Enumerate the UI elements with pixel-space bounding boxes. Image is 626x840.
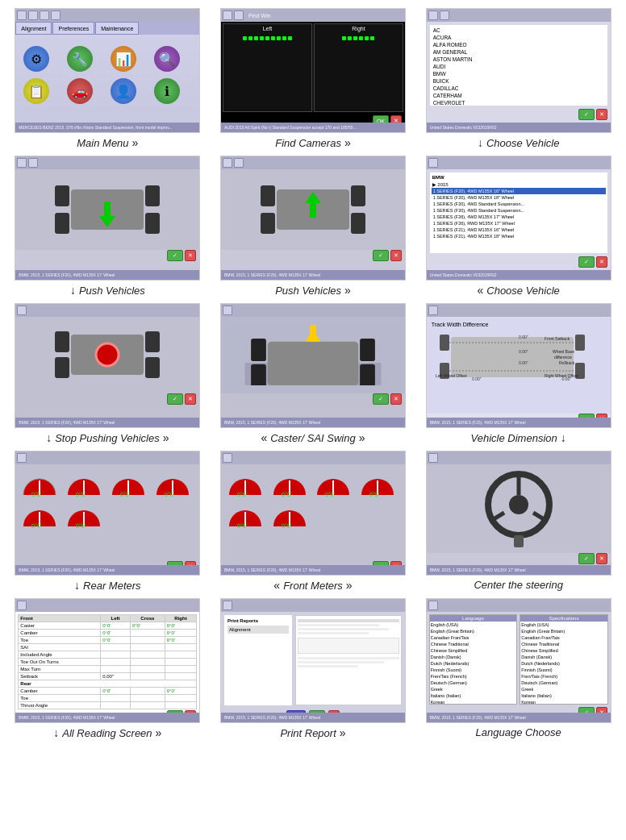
make-item[interactable]: ALFA ROMEO — [432, 41, 606, 48]
lang-item[interactable]: Danish (Dansk) — [430, 654, 517, 660]
tab-maintenance[interactable]: Maintenance — [95, 22, 139, 35]
alt-lang-item[interactable]: English (Great Britain) — [520, 628, 607, 634]
pv2-ok-btn[interactable]: ✓ — [373, 250, 389, 261]
make-item[interactable]: AM GENERAL — [432, 48, 606, 56]
tb-icon-3[interactable] — [40, 10, 49, 20]
cts-cancel-btn[interactable]: ✕ — [596, 553, 607, 564]
cts-tb-1[interactable] — [428, 453, 438, 463]
make-item[interactable]: CHEVROLET — [432, 99, 606, 106]
pv2-cancel-btn[interactable]: ✕ — [390, 250, 402, 261]
make-item[interactable]: CADILLAC — [432, 85, 606, 92]
alt-lang-item[interactable]: Dutch (Nederlands) — [520, 660, 607, 667]
make-item[interactable]: ASTON MARTIN — [432, 56, 606, 63]
alt-lang-item[interactable]: Korean — [520, 699, 607, 705]
tab-alignment[interactable]: Alignment — [15, 22, 52, 35]
pv1-tb-2[interactable] — [28, 158, 38, 168]
dot — [370, 36, 374, 40]
pv1-tb-1[interactable] — [17, 158, 27, 168]
sp-ok-btn[interactable]: ✓ — [167, 393, 183, 405]
cv2-ok-btn[interactable]: ✓ — [578, 256, 595, 268]
sp-tb-1[interactable] — [17, 306, 27, 315]
lang-item[interactable]: Canadian Fran/Tais — [430, 634, 517, 641]
pv1-cancel-btn[interactable]: ✕ — [185, 250, 196, 261]
cv-tb-1[interactable] — [428, 10, 438, 20]
pv2-tb-2[interactable] — [234, 158, 244, 168]
vd-tb-1[interactable] — [428, 306, 438, 315]
bmw-item[interactable]: 1 SERIES (F20), 4WD M135X 18" Wheel — [432, 194, 606, 201]
alt-lang-item[interactable]: Italiano (Italian) — [520, 692, 607, 699]
alt-lang-item[interactable]: Deutsch (German) — [520, 680, 607, 686]
stop-pushing-svg — [51, 325, 164, 385]
alt-lang-item[interactable]: Chinese Traditional — [520, 641, 607, 647]
lc-tb-1[interactable] — [428, 601, 438, 610]
pr-tb-1[interactable] — [223, 601, 232, 610]
menu-icon-6[interactable]: 🚗 — [67, 78, 93, 104]
make-item[interactable]: ACURA — [432, 34, 606, 41]
cv-ok-btn[interactable]: ✓ — [578, 109, 595, 120]
cs-tb-1[interactable] — [223, 306, 232, 315]
alt-lang-item[interactable]: Chinese Simplified — [520, 647, 607, 654]
bmw-item[interactable]: 1 SERIES (F21), 4WD M135X 16" Wheel — [432, 227, 606, 233]
findcam-status: AUDI 2015 A6 Spirit (No i) Standard Susp… — [221, 123, 405, 132]
alt-lang-item[interactable]: Danish (Dansk) — [520, 654, 607, 660]
alt-lang-item[interactable]: Greek — [520, 686, 607, 692]
cs-cancel-btn[interactable]: ✕ — [390, 393, 402, 405]
bmw-item[interactable]: 1 SERIES (F26), 4WD M135X 17" Wheel — [432, 214, 606, 220]
td-mt-c — [130, 666, 165, 673]
make-item[interactable]: CATERHAM — [432, 92, 606, 99]
lang-item[interactable]: Korean — [430, 699, 517, 705]
bmw-item[interactable]: 1 SERIES (F21), 4WD M135X 18" Wheel — [432, 233, 606, 239]
alt-lang-item-sel[interactable]: English (USA) — [520, 622, 607, 628]
menu-icon-1[interactable]: ⚙ — [23, 46, 49, 72]
lang-item[interactable]: Dutch (Nederlands) — [430, 660, 517, 667]
menu-icon-3[interactable]: 📊 — [111, 46, 136, 72]
cts-ok-btn[interactable]: ✓ — [578, 553, 595, 564]
fc-tb-2[interactable] — [234, 10, 244, 20]
cs-ok-btn[interactable]: ✓ — [373, 393, 389, 405]
fm-tb-1[interactable] — [223, 453, 232, 463]
bmw-item[interactable]: 1 SERIES (F20), 4WD Standard Suspension.… — [432, 207, 606, 214]
make-item[interactable]: AUDI — [432, 63, 606, 70]
bmw-item[interactable]: 1 SERIES (F20), 4WD Standard Suspension.… — [432, 201, 606, 207]
cv-cancel-btn[interactable]: ✕ — [596, 109, 607, 120]
menu-icon-5[interactable]: 📋 — [23, 78, 49, 104]
bmw-item-sel[interactable]: 1 SERIES (F20), 4WD M135X 16" Wheel — [432, 188, 606, 194]
sp-cancel-btn[interactable]: ✕ — [185, 393, 196, 405]
ar-tb-1[interactable] — [17, 601, 27, 610]
vehicle-list-2[interactable]: BMW ▶ 2015 1 SERIES (F20), 4WD M135X 16"… — [430, 173, 607, 253]
menu-icon-4[interactable]: 🔍 — [154, 46, 180, 72]
lang-item[interactable]: Italiano (Italian) — [430, 692, 517, 699]
make-item[interactable]: BUICK — [432, 77, 606, 85]
bmw-item[interactable]: 1 SERIES (F26), RWD M135X 17" Wheel — [432, 220, 606, 227]
lang-item[interactable]: Deutsch (German) — [430, 680, 517, 686]
lang-item[interactable]: Finnish (Suomi) — [430, 667, 517, 673]
vehicle-list[interactable]: AC ACURA ALFA ROMEO AM GENERAL ASTON MAR… — [430, 25, 607, 106]
fgauge-4: 0°0' — [358, 469, 397, 498]
cv2-tb-1[interactable] — [428, 158, 438, 168]
alignment-option[interactable]: Alignment — [227, 626, 289, 634]
cv2-cancel-btn[interactable]: ✕ — [596, 256, 607, 268]
tb-icon-4[interactable] — [51, 10, 61, 20]
make-item[interactable]: BMW — [432, 70, 606, 77]
tab-preferences[interactable]: Preferences — [52, 22, 94, 35]
tb-icon-2[interactable] — [28, 10, 38, 20]
pv1-ok-btn[interactable]: ✓ — [167, 250, 183, 261]
cv-tb-2[interactable] — [440, 10, 449, 20]
menu-icon-7[interactable]: 👤 — [111, 78, 136, 104]
lang-item[interactable]: English (Great Britain) — [430, 628, 517, 634]
lang-item[interactable]: Fren/Tais (French) — [430, 673, 517, 680]
lang-item-sel[interactable]: English (USA) — [430, 622, 517, 628]
alt-lang-item[interactable]: Canadian Fran/Tais — [520, 634, 607, 641]
menu-icon-2[interactable]: 🔧 — [67, 46, 93, 72]
make-item[interactable]: AC — [432, 27, 606, 34]
tb-icon-1[interactable] — [17, 10, 27, 20]
fc-tb-1[interactable] — [223, 10, 232, 20]
menu-icon-8[interactable]: ℹ — [154, 78, 180, 104]
alt-lang-item[interactable]: Fren/Tais (French) — [520, 673, 607, 680]
pv2-tb-1[interactable] — [223, 158, 232, 168]
lang-item[interactable]: Greek — [430, 686, 517, 692]
alt-lang-item[interactable]: Finnish (Suomi) — [520, 667, 607, 673]
rm-tb-1[interactable] — [17, 453, 27, 463]
lang-item[interactable]: Chinese Simplified — [430, 647, 517, 654]
lang-item[interactable]: Chinese Traditional — [430, 641, 517, 647]
